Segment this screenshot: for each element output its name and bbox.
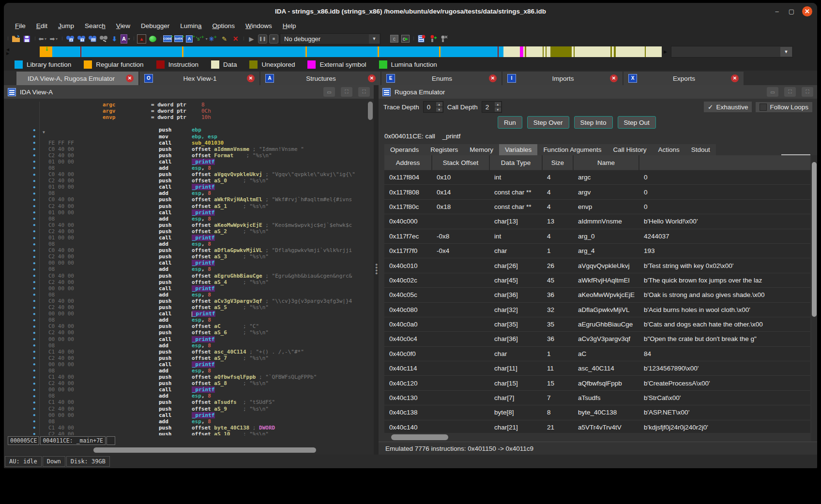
toolbar-handle[interactable]: ⁞ — [60, 37, 64, 41]
table-row[interactable]: 0x40c0f0char1aC84 — [384, 346, 810, 361]
toolbar-handle[interactable]: ⁞ — [33, 37, 37, 41]
navband-segment[interactable] — [307, 46, 378, 57]
disassembly-vertical-scrollbar[interactable] — [368, 102, 373, 411]
disasm-line[interactable]: ●08addesp, 8 — [4, 266, 374, 272]
menu-debugger[interactable]: Debugger — [137, 21, 174, 30]
trace-depth-spinner[interactable]: 0 ▲▼ — [423, 101, 443, 113]
disasm-line[interactable]: ●C2 40 00pushoffset aS_7 ; "%s\n" — [4, 355, 374, 361]
disasm-line[interactable]: ●01 00 00call_printf — [4, 184, 374, 190]
table-row[interactable]: 0x40c0a0char[35]35aEgruGhbBiauCgeb'Cats … — [384, 317, 810, 331]
make-array-icon[interactable]: ✳＋ — [208, 34, 218, 44]
disasm-line[interactable]: ●C2 40 00pushoffset aS_10 ; "%s\n" — [4, 431, 374, 435]
disasm-line[interactable]: ●08addesp, 8 — [4, 292, 374, 298]
emulator-tab-function-arguments[interactable]: Function Arguments — [537, 144, 607, 155]
table-vertical-scrollbar[interactable] — [811, 155, 817, 442]
disasm-line[interactable]: ●C1 40 00pushoffset aQfbwfsqlFppb ; "`QF… — [4, 374, 374, 380]
disasm-line[interactable]: ●C2 40 00pushoffset aS_9 ; "%s\n" — [4, 406, 374, 412]
panel-float-button[interactable]: ▭ — [323, 87, 335, 97]
disasm-line[interactable]: ●08addesp, 8 — [4, 368, 374, 374]
toolbar-handle[interactable]: ⁞ — [6, 37, 10, 41]
spin-up-icon[interactable]: ▲ — [436, 102, 443, 107]
disasm-line[interactable]: ●C0 40 00pushoffset aIdmmnVnsme ; "Idmmn… — [4, 146, 374, 152]
attach-process-icon[interactable]: c — [389, 34, 399, 44]
navband-segment[interactable] — [616, 46, 645, 57]
tab-close-icon[interactable]: ✕ — [489, 74, 497, 82]
disasm-line[interactable]: ●FE FF FFcallsub_401030 — [4, 140, 374, 146]
disassembly-listing[interactable]: argc= dword ptr8argv= dword ptr0Chenvp= … — [4, 99, 374, 435]
navband-segment[interactable] — [52, 46, 80, 57]
navband-end-arrow-icon[interactable]: ▶ — [664, 49, 667, 54]
variables-table[interactable]: AddressStack OffsetData TypeSizeName0x11… — [384, 155, 810, 433]
disasm-line[interactable]: ●C0 40 00pushoffset aKeoMwWpvkjcEjE ; "K… — [4, 222, 374, 228]
stack-var-line[interactable]: argv= dword ptr0Ch — [4, 108, 374, 114]
disasm-line[interactable]: ●C1 40 00pushoffset aTsudfs ; "tSUdFS" — [4, 399, 374, 405]
table-horizontal-scrollbar[interactable] — [384, 433, 810, 442]
toolbar-handle[interactable]: ⁞ — [411, 37, 415, 41]
table-row[interactable]: 0x117f7ec-0x8int4arg_04244037 — [384, 229, 810, 243]
make-name-icon[interactable]: A＋ — [186, 34, 196, 44]
emulator-tab-stdout[interactable]: Stdout — [685, 144, 716, 155]
navigate-forward-icon[interactable]: ➡▼ — [49, 34, 59, 44]
pane-splitter[interactable]: ●●●● — [374, 85, 379, 455]
disasm-line[interactable]: ●08addesp, 8 — [4, 418, 374, 425]
debugger-select[interactable]: No debugger ▼ — [280, 33, 380, 44]
table-row[interactable]: 0x40c138byte[8]8byte_40C138b'ASP.NET\x00… — [384, 405, 810, 420]
toolbar-handle[interactable]: ⁞ — [159, 37, 163, 41]
stack-var-line[interactable]: argc= dword ptr8 — [4, 102, 374, 108]
lumina-status-icon[interactable] — [148, 34, 158, 44]
disasm-line[interactable]: ●C0 40 00pushoffset aDflaGpwkvMjiVL ; "D… — [4, 247, 374, 253]
open-file-icon[interactable] — [11, 34, 21, 44]
menu-windows[interactable]: Windows — [241, 21, 276, 30]
disasm-line[interactable]: ●00 00 00call_printf — [4, 412, 374, 418]
tab-close-icon[interactable]: ✕ — [610, 74, 618, 82]
tab-close-icon[interactable]: ✕ — [247, 74, 255, 82]
save-icon[interactable] — [22, 34, 32, 44]
tab-close-icon[interactable]: ✕ — [126, 74, 134, 82]
emulator-tab-registers[interactable]: Registers — [425, 144, 464, 155]
navband-scale-button[interactable]: ▼ — [780, 47, 792, 57]
edit-icon[interactable]: ✎ — [219, 34, 229, 44]
panel-close-button[interactable]: ⛶ — [802, 87, 813, 97]
tab-structures[interactable]: AStructures✕ — [260, 72, 381, 85]
menu-jump[interactable]: Jump — [54, 21, 78, 30]
tab-close-icon[interactable]: ✕ — [368, 74, 376, 82]
panel-close-button[interactable]: ⛶ — [358, 87, 370, 97]
navband-segment[interactable] — [81, 46, 182, 57]
table-row[interactable]: 0x117f80c0x18const char **4envp0 — [384, 199, 810, 214]
navigate-back-icon[interactable]: ⬅▼ — [38, 34, 48, 44]
disasm-line[interactable]: ●01 00 00call_printf — [4, 159, 374, 165]
close-button[interactable]: ✕ — [802, 6, 812, 16]
tab-hex-view-1[interactable]: OHex View-1✕ — [139, 72, 260, 85]
disasm-line[interactable]: ●08addesp, 8 — [4, 342, 374, 349]
menu-options[interactable]: Options — [208, 21, 240, 30]
table-row[interactable]: 0x40c114char[11]11asc_40C114b'1234567890… — [384, 361, 810, 376]
make-code-icon[interactable]: CODE＋ — [164, 34, 174, 44]
disasm-line[interactable]: ●▼pushebp — [4, 127, 374, 133]
navband-segment[interactable] — [550, 46, 572, 57]
breakpoint-list-icon[interactable] — [416, 34, 426, 44]
table-row[interactable]: 0x40c120char[15]15aQfbwfsqlFppbb'CreateP… — [384, 376, 810, 390]
debugger-pause-icon[interactable]: ❚❚ — [258, 34, 268, 44]
disasm-line[interactable]: ●C2 40 00pushoffset aS_2 ; "%s\n" — [4, 228, 374, 235]
navband-segment[interactable] — [646, 46, 662, 57]
add-breakpoint-icon[interactable] — [427, 34, 438, 44]
column-header-size[interactable]: Size — [542, 155, 573, 170]
run-button[interactable]: Run — [498, 116, 522, 129]
emulator-tab-memory[interactable]: Memory — [464, 144, 499, 155]
column-header-name[interactable]: Name — [573, 155, 639, 170]
follow-loops-checkbox[interactable]: Follow Loops — [756, 102, 812, 112]
table-row[interactable]: 0x40c05cchar[36]36aKeoMwWpvkjcEjEb'Oak i… — [384, 288, 810, 302]
disasm-line[interactable]: ●C2 40 00pushoffset aS_0 ; "%s\n" — [4, 178, 374, 184]
navband-segment[interactable] — [575, 46, 610, 57]
disasm-line[interactable]: ●01 00 00call_printf — [4, 209, 374, 216]
disasm-line[interactable]: ●00 00 00call_printf — [4, 260, 374, 266]
menu-help[interactable]: Help — [278, 21, 301, 30]
disasm-line[interactable]: ●C2 40 00pushoffset aS_6 ; "%s\n" — [4, 329, 374, 336]
disasm-line[interactable]: ●C2 40 00pushoffset aS_5 ; "%s\n" — [4, 304, 374, 311]
panel-maximize-button[interactable]: ⛶ — [341, 87, 352, 97]
make-data-icon[interactable]: DATA＋ — [175, 34, 185, 44]
table-row[interactable]: 0x40c130char[7]7aTsudfsb'StrCat\x00' — [384, 390, 810, 405]
debugger-stop-icon[interactable]: ■ — [269, 34, 279, 44]
disasm-line[interactable]: ●00 00 00call_printf — [4, 336, 374, 342]
title-bar[interactable]: IDA - strings_x86.idb (strings_x86) /hom… — [4, 3, 817, 19]
